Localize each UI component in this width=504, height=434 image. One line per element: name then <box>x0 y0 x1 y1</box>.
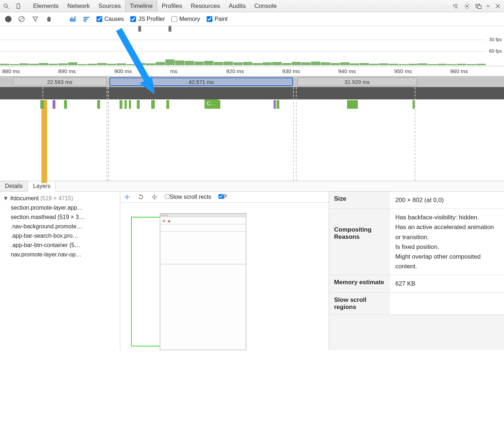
filter-icon[interactable] <box>32 15 39 23</box>
flame-event[interactable] <box>276 100 279 109</box>
tab-network[interactable]: Network <box>63 0 94 12</box>
tab-timeline[interactable]: Timeline <box>125 0 158 12</box>
layer-properties: Size 200 × 802 (at 0,0) Compositing Reas… <box>329 192 504 350</box>
tab-sources[interactable]: Sources <box>94 0 125 12</box>
svg-rect-20 <box>84 21 86 21</box>
flame-event[interactable] <box>151 100 155 109</box>
frame-boundary <box>293 87 294 181</box>
overview-bars <box>0 59 486 65</box>
flame-event[interactable] <box>64 100 67 109</box>
flame-event[interactable] <box>347 100 358 109</box>
paint-checkbox[interactable]: Paint <box>207 16 228 22</box>
memory-checkbox[interactable]: Memory <box>171 16 200 22</box>
truncated-checkbox[interactable]: P <box>219 194 227 200</box>
svg-rect-13 <box>48 17 50 18</box>
flame-event[interactable] <box>413 100 415 109</box>
tree-item[interactable]: section.promote-layer.app… <box>3 203 117 212</box>
flame-event-label[interactable]: C… <box>204 99 218 107</box>
ruler-tick: 950 ms <box>392 66 448 76</box>
bottom-panel: Details Layers #document (519 × 4715) se… <box>0 181 504 350</box>
reset-icon[interactable] <box>151 194 158 200</box>
flame-event[interactable] <box>166 100 169 109</box>
svg-point-6 <box>466 5 468 7</box>
device-icon[interactable] <box>15 3 22 9</box>
dock-icon[interactable] <box>475 3 482 9</box>
tree-root[interactable]: #document (519 × 4715) <box>3 194 117 203</box>
flame-event[interactable] <box>40 100 44 109</box>
flame-event[interactable] <box>274 100 276 109</box>
timeline-toolbar: Causes JS Profiler Memory Paint <box>0 12 504 26</box>
clear-icon[interactable] <box>18 15 25 23</box>
ruler-tick: 920 ms <box>224 66 280 76</box>
fps-60-label: 60 fps <box>489 48 502 54</box>
frames-view-icon[interactable] <box>69 15 76 23</box>
tab-audits[interactable]: Audits <box>224 0 250 12</box>
ruler-tick: 960 ms <box>448 66 504 76</box>
tree-item[interactable]: .app-bar-btn-container (5… <box>3 241 117 250</box>
close-icon[interactable] <box>495 3 501 9</box>
compositing-reason: Might overlap other composited content. <box>395 252 499 271</box>
compositing-reason: Has backface-visibility: hidden. <box>395 212 499 222</box>
garbage-icon[interactable] <box>45 15 53 23</box>
svg-line-12 <box>20 17 23 21</box>
flame-chart[interactable]: C… <box>0 87 504 181</box>
flag-icon: ◂ <box>167 218 170 224</box>
svg-point-0 <box>4 4 7 7</box>
svg-rect-16 <box>73 19 74 22</box>
tree-item[interactable]: .app-bar-search-box.pro… <box>3 231 117 241</box>
record-button[interactable] <box>5 16 12 22</box>
slow-scroll-label: Slow scroll rects <box>170 194 211 200</box>
svg-rect-19 <box>84 19 87 20</box>
tree-item[interactable]: nav.promote-layer.nav-op… <box>3 250 117 259</box>
flame-scripting[interactable] <box>41 100 47 183</box>
dock-chevron-icon[interactable] <box>487 3 490 9</box>
flame-event[interactable] <box>53 100 55 109</box>
frame[interactable]: 31.929 ms <box>297 77 417 86</box>
flame-view-icon[interactable] <box>83 15 90 23</box>
svg-rect-17 <box>75 17 76 21</box>
flame-event[interactable] <box>125 100 127 109</box>
overview-marker[interactable] <box>168 26 171 32</box>
svg-rect-14 <box>70 18 71 21</box>
page-layer[interactable]: ≡◂ <box>160 213 246 350</box>
compositing-reason: Is fixed position. <box>395 242 499 252</box>
frame[interactable]: 22.563 ms <box>13 77 107 86</box>
tab-elements[interactable]: Elements <box>29 0 63 12</box>
devtools-tab-bar: Elements Network Sources Timeline Profil… <box>0 0 504 12</box>
bottom-tabs: Details Layers <box>0 181 504 192</box>
rotate-icon[interactable] <box>138 194 144 200</box>
tree-root-name: #document <box>10 195 39 201</box>
gear-icon[interactable] <box>464 3 470 9</box>
js-profiler-checkbox[interactable]: JS Profiler <box>130 16 165 22</box>
flame-event[interactable] <box>120 100 122 109</box>
tab-details[interactable]: Details <box>0 181 28 191</box>
preview-canvas[interactable]: ≡◂ <box>131 213 321 346</box>
flame-event[interactable] <box>137 100 140 109</box>
truncated-label: P <box>223 194 227 200</box>
time-ruler: 880 ms890 ms900 msms920 ms930 ms940 ms95… <box>0 66 504 76</box>
tab-profiles[interactable]: Profiles <box>157 0 186 12</box>
ruler-tick: ms <box>168 66 224 76</box>
causes-checkbox[interactable]: Causes <box>96 16 124 22</box>
search-icon[interactable] <box>3 3 9 9</box>
paint-label: Paint <box>215 16 228 22</box>
flame-event[interactable] <box>97 100 100 109</box>
tab-resources[interactable]: Resources <box>186 0 224 12</box>
svg-line-1 <box>7 7 9 9</box>
prop-size-key: Size <box>329 192 390 209</box>
tree-item[interactable]: section.masthead (519 × 3… <box>3 212 117 222</box>
layer-preview[interactable]: Slow scroll rects P ≡◂ <box>120 192 329 350</box>
slow-scroll-checkbox[interactable]: Slow scroll rects <box>165 194 211 200</box>
flame-event[interactable] <box>129 100 131 109</box>
layers-tree[interactable]: #document (519 × 4715) section.promote-l… <box>0 192 120 350</box>
compositing-reason: Has an active accelerated animation or t… <box>395 222 499 242</box>
prop-ssr-val <box>390 293 504 314</box>
overview-panel[interactable]: 30 fps 60 fps <box>0 26 504 66</box>
fps-30-label: 30 fps <box>489 37 502 42</box>
tree-item[interactable]: .nav-background.promote… <box>3 222 117 231</box>
drawer-icon[interactable] <box>452 3 459 9</box>
tab-console[interactable]: Console <box>250 0 281 12</box>
selected-layer-outline[interactable] <box>131 217 163 346</box>
frame-row[interactable]: 22.563 ms42.571 ms31.929 ms <box>0 76 504 87</box>
pan-icon[interactable] <box>124 194 130 200</box>
